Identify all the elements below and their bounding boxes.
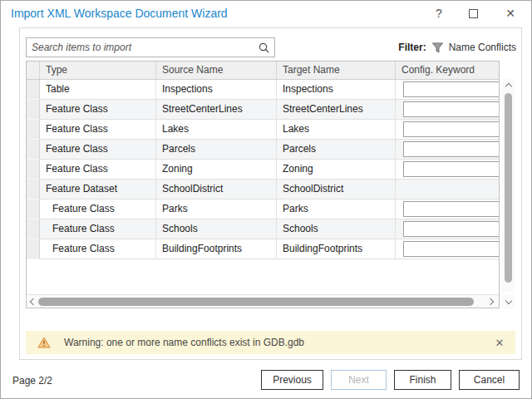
- cell-type: Feature Class: [40, 120, 156, 140]
- maximize-button[interactable]: [459, 1, 487, 26]
- cell-source-name: BuildingFootprints: [156, 239, 277, 259]
- cell-config-keyword: [396, 239, 499, 259]
- search-icon: [258, 42, 270, 54]
- vertical-scrollbar[interactable]: [502, 79, 515, 292]
- cell-type: Feature Class: [40, 100, 156, 120]
- help-button[interactable]: ?: [425, 1, 453, 26]
- scroll-right-arrow[interactable]: [485, 295, 497, 308]
- horizontal-scrollbar[interactable]: [27, 294, 499, 308]
- table-row[interactable]: Feature ClassParksParks: [27, 200, 499, 219]
- config-keyword-input[interactable]: [403, 201, 499, 217]
- finish-button[interactable]: Finish: [394, 370, 451, 390]
- config-keyword-input[interactable]: [403, 101, 499, 117]
- cancel-button[interactable]: Cancel: [459, 370, 520, 390]
- cell-source-name: SchoolDistrict: [156, 180, 277, 200]
- maximize-icon: [469, 9, 478, 18]
- warning-bar: Warning: one or more name conflicts exis…: [26, 331, 515, 354]
- cell-source-name: Lakes: [156, 120, 277, 140]
- footer-buttons: Previous Next Finish Cancel: [261, 370, 520, 390]
- config-keyword-input[interactable]: [403, 81, 499, 97]
- close-icon: ✕: [505, 7, 515, 20]
- cell-target-name: SchoolDistrict: [277, 180, 396, 200]
- table-row[interactable]: Feature ClassSchoolsSchools: [27, 219, 499, 239]
- header-config-keyword: Config. Keyword: [396, 62, 499, 79]
- row-selector[interactable]: [27, 219, 40, 239]
- row-selector[interactable]: [27, 200, 40, 219]
- import-xml-wizard-dialog: Import XML Workspace Document Wizard ? ✕…: [0, 0, 532, 399]
- items-table: Type Source Name Target Name Config. Key…: [26, 61, 500, 308]
- config-keyword-input[interactable]: [403, 161, 499, 177]
- cell-source-name: Zoning: [156, 160, 277, 180]
- cell-config-keyword: [396, 100, 499, 120]
- table-row[interactable]: TableInspectionsInspections: [27, 80, 499, 100]
- config-keyword-input[interactable]: [403, 241, 499, 257]
- table-row[interactable]: Feature ClassStreetCenterLinesStreetCent…: [27, 100, 499, 120]
- cell-source-name: Parks: [156, 200, 277, 219]
- content-panel: Filter: Name Conflicts Type Source Name …: [19, 27, 522, 360]
- table-row[interactable]: Feature ClassZoningZoning: [27, 160, 499, 180]
- cell-target-name: Schools: [277, 219, 396, 239]
- row-selector[interactable]: [27, 100, 40, 120]
- row-selector[interactable]: [27, 160, 40, 180]
- cell-source-name: Schools: [156, 219, 277, 239]
- cell-target-name: Lakes: [277, 120, 396, 140]
- chevron-right-icon: [487, 298, 494, 305]
- cell-source-name: StreetCenterLines: [156, 100, 277, 120]
- page-indicator: Page 2/2: [12, 375, 52, 387]
- row-selector[interactable]: [27, 180, 40, 200]
- table-row[interactable]: Feature ClassBuildingFootprintsBuildingF…: [27, 239, 499, 259]
- header-selector: [27, 62, 40, 79]
- filter-value: Name Conflicts: [449, 42, 516, 53]
- config-keyword-input[interactable]: [403, 221, 499, 237]
- table-row[interactable]: Feature ClassLakesLakes: [27, 120, 499, 140]
- chevron-up-icon: [505, 82, 511, 89]
- scroll-up-arrow[interactable]: [502, 79, 515, 91]
- cell-source-name: Parcels: [156, 140, 277, 160]
- title-bar: Import XML Workspace Document Wizard ? ✕: [1, 1, 531, 27]
- cell-type: Feature Class: [40, 140, 156, 160]
- row-selector[interactable]: [27, 120, 40, 140]
- config-keyword-input[interactable]: [403, 141, 499, 157]
- cell-config-keyword: [396, 160, 499, 180]
- filter-label: Filter:: [398, 42, 426, 53]
- table-body: TableInspectionsInspectionsFeature Class…: [27, 80, 499, 294]
- row-selector[interactable]: [27, 80, 40, 100]
- chevron-down-icon: [505, 298, 511, 304]
- horizontal-scroll-thumb[interactable]: [38, 298, 474, 306]
- dialog-title: Import XML Workspace Document Wizard: [11, 7, 228, 20]
- cell-target-name: Zoning: [277, 160, 396, 180]
- scroll-left-arrow[interactable]: [27, 295, 38, 308]
- cell-type: Feature Class: [40, 160, 156, 180]
- close-button[interactable]: ✕: [496, 1, 525, 26]
- cell-config-keyword: [396, 120, 499, 140]
- scroll-down-arrow[interactable]: [502, 295, 515, 308]
- chevron-left-icon: [30, 298, 37, 305]
- cell-target-name: Parcels: [277, 140, 396, 160]
- header-target-name: Target Name: [277, 62, 396, 79]
- next-button[interactable]: Next: [331, 370, 387, 390]
- header-type: Type: [40, 62, 156, 79]
- cell-config-keyword: [396, 180, 499, 200]
- header-source-name: Source Name: [156, 62, 277, 79]
- cell-type: Feature Dataset: [40, 180, 156, 200]
- cell-config-keyword: [396, 80, 499, 100]
- warning-text: Warning: one or more name conflicts exis…: [64, 337, 492, 348]
- row-selector[interactable]: [27, 140, 40, 160]
- row-selector[interactable]: [27, 239, 40, 259]
- filter-funnel-icon: [431, 42, 444, 54]
- table-header: Type Source Name Target Name Config. Key…: [27, 62, 499, 80]
- cell-config-keyword: [396, 219, 499, 239]
- cell-target-name: Inspections: [277, 80, 396, 100]
- search-input[interactable]: [32, 38, 251, 57]
- previous-button[interactable]: Previous: [261, 370, 323, 390]
- cell-type: Feature Class: [40, 200, 156, 219]
- vertical-scroll-thumb[interactable]: [505, 93, 512, 283]
- cell-type: Table: [40, 80, 156, 100]
- table-row[interactable]: Feature DatasetSchoolDistrictSchoolDistr…: [27, 180, 499, 200]
- warning-close-button[interactable]: ✕: [492, 337, 507, 349]
- filter-control[interactable]: Filter: Name Conflicts: [398, 40, 516, 55]
- config-keyword-input[interactable]: [403, 121, 499, 137]
- cell-target-name: StreetCenterLines: [277, 100, 396, 120]
- cell-target-name: BuildingFootprints: [277, 239, 396, 259]
- table-row[interactable]: Feature ClassParcelsParcels: [27, 140, 499, 160]
